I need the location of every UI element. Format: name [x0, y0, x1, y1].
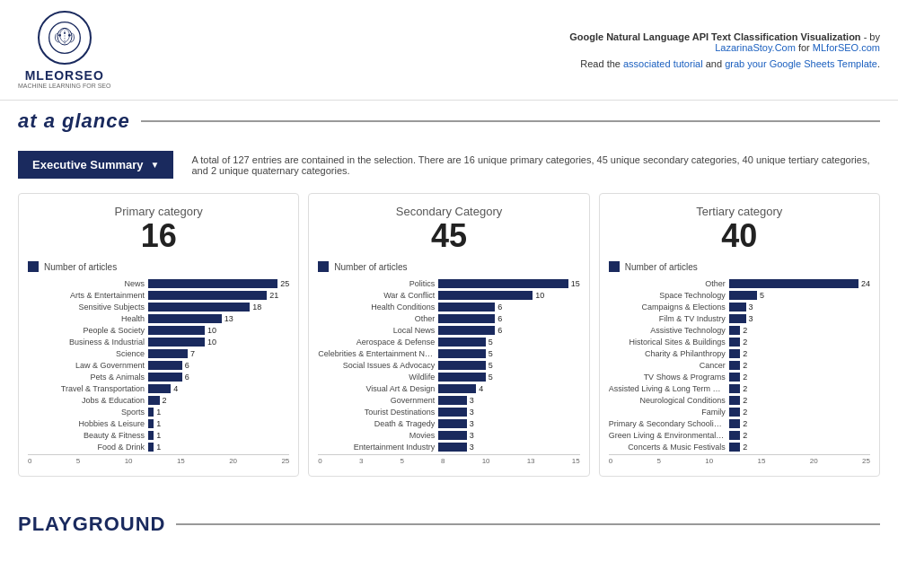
bar-label: Movies: [318, 431, 435, 440]
bar-row: Sensitive Subjects18: [28, 303, 289, 312]
axis-tick: 0: [318, 457, 321, 465]
bar-row: Primary & Secondary Schooling (K-12)2: [609, 419, 870, 428]
bar-row: Social Issues & Advocacy5: [318, 361, 579, 370]
bar-wrap: 3: [438, 443, 579, 452]
bar-row: Travel & Transportation4: [28, 384, 289, 393]
bar-value: 18: [252, 303, 261, 312]
logo-title: MLEORSEO: [25, 68, 104, 83]
bar-row: Death & Tragedy3: [318, 419, 579, 428]
secondary-chart-title: Secondary Category: [318, 205, 579, 218]
bar-wrap: 5: [438, 373, 579, 382]
bar-label: Jobs & Education: [28, 396, 145, 405]
bar-row: War & Conflict10: [318, 291, 579, 300]
bar-label: Sensitive Subjects: [28, 303, 145, 312]
bar-value: 21: [269, 291, 278, 300]
bar-wrap: 3: [729, 303, 870, 312]
api-for: for: [796, 42, 813, 53]
bar: [148, 419, 154, 428]
bar-value: 4: [479, 384, 483, 393]
primary-chart-number: 16: [28, 220, 289, 252]
bar-wrap: 4: [148, 384, 289, 393]
bar-row: News25: [28, 279, 289, 288]
bar-wrap: 3: [438, 419, 579, 428]
primary-chart-title: Primary category: [28, 205, 289, 218]
bar-row: Entertainment Industry3: [318, 443, 579, 452]
bar-row: Charity & Philanthropy2: [609, 349, 870, 358]
bar-value: 3: [470, 419, 474, 428]
bar-label: Aerospace & Defense: [318, 338, 435, 347]
bar-label: War & Conflict: [318, 291, 435, 300]
bar: [729, 338, 741, 347]
bar-wrap: 10: [148, 326, 289, 335]
bar-value: 6: [497, 303, 502, 312]
tertiary-bar-chart: Other24Space Technology5Campaigns & Elec…: [609, 279, 870, 452]
bar-wrap: 2: [729, 431, 870, 440]
bar-wrap: 1: [148, 419, 289, 428]
bar: [438, 443, 466, 452]
bar-wrap: 1: [148, 408, 289, 417]
primary-legend-box: [28, 261, 39, 272]
bar-label: TV Shows & Programs: [609, 373, 726, 382]
bar-row: Space Technology5: [609, 291, 870, 300]
glance-title: at a GLance: [18, 110, 130, 133]
bar-label: News: [28, 279, 145, 288]
secondary-bar-chart: Politics15War & Conflict10Health Conditi…: [318, 279, 579, 452]
primary-axis-labels: 0510152025: [28, 457, 289, 465]
bar-label: Arts & Entertainment: [28, 291, 145, 300]
primary-legend-label: Number of articles: [44, 262, 117, 272]
bar-label: Family: [609, 408, 726, 417]
bar-row: Tourist Destinations3: [318, 408, 579, 417]
bar: [148, 326, 205, 335]
bar-wrap: 4: [438, 384, 579, 393]
bar: [438, 314, 495, 323]
axis-tick: 10: [125, 457, 133, 465]
bar: [148, 384, 171, 393]
bar-wrap: 2: [729, 373, 870, 382]
bar-wrap: 2: [729, 443, 870, 452]
bar-row: Business & Industrial10: [28, 338, 289, 347]
axis-tick: 15: [572, 457, 580, 465]
bar-value: 5: [489, 338, 493, 347]
brain-icon: [47, 20, 83, 56]
bar-label: Death & Tragedy: [318, 419, 435, 428]
bar: [729, 443, 741, 452]
charts-row: Primary category 16 Number of articles N…: [18, 193, 880, 477]
bar-label: Food & Drink: [28, 443, 145, 452]
bar-label: Cancer: [609, 361, 726, 370]
bar-row: Politics15: [318, 279, 579, 288]
bar-wrap: 2: [729, 419, 870, 428]
bar: [729, 419, 741, 428]
bar: [729, 396, 741, 405]
bar-value: 6: [185, 373, 189, 382]
bar-value: 3: [470, 396, 474, 405]
template-link[interactable]: grab your Google Sheets Template: [725, 58, 877, 69]
playground-section-header: PLAYGROUND: [0, 504, 898, 545]
axis-tick: 10: [705, 457, 713, 465]
bar-value: 4: [173, 384, 178, 393]
primary-axis-line: [28, 454, 289, 455]
bar-value: 3: [749, 314, 753, 323]
bar: [729, 279, 858, 288]
glance-title-line: [141, 120, 880, 122]
bar: [148, 279, 277, 288]
executive-summary-button[interactable]: Executive Summary ▼: [18, 151, 173, 179]
glance-section: Executive Summary ▼ A total of 127 entri…: [0, 151, 898, 495]
bar-value: 2: [743, 384, 747, 393]
secondary-chart-number: 45: [318, 220, 579, 252]
bar-wrap: 2: [729, 326, 870, 335]
bar-label: Tourist Destinations: [318, 408, 435, 417]
tutorial-link[interactable]: associated tutorial: [623, 58, 703, 69]
bar-row: Family2: [609, 408, 870, 417]
summary-text: A total of 127 entries are contained in …: [191, 154, 880, 176]
bar-label: Local News: [318, 326, 435, 335]
svg-point-4: [68, 34, 71, 37]
bar-row: Aerospace & Defense5: [318, 338, 579, 347]
author2-link[interactable]: MLforSEO.com: [813, 42, 880, 53]
glance-section-header: at a GLance: [0, 101, 898, 142]
bar: [438, 279, 568, 288]
svg-point-3: [58, 34, 61, 37]
bar-wrap: 3: [438, 408, 579, 417]
bar: [148, 361, 182, 370]
bar: [148, 443, 154, 452]
author1-link[interactable]: LazarinaStoy.Com: [715, 42, 796, 53]
